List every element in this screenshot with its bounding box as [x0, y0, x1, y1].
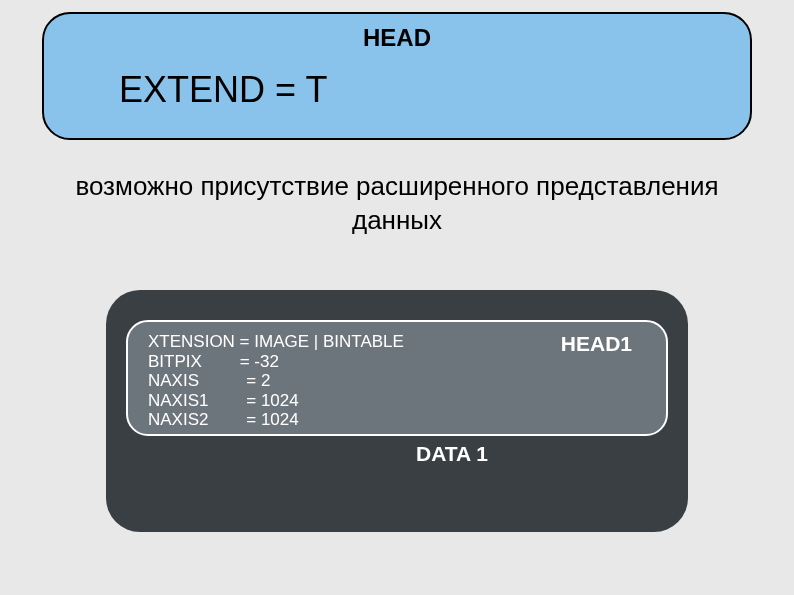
description-line1: возможно присутствие расширенного предст… — [75, 171, 718, 201]
description-line2: данных — [352, 205, 442, 235]
extension-data-label: DATA 1 — [416, 442, 488, 465]
extend-keyword: EXTEND = T — [119, 69, 327, 111]
diagram-canvas: HEAD EXTEND = T возможно присутствие рас… — [0, 0, 794, 595]
kv-naxis1: NAXIS1 = 1024 — [148, 391, 299, 410]
extension-head-title: HEAD1 — [561, 332, 632, 356]
kv-bitpix: BITPIX = -32 — [148, 352, 279, 371]
extension-head-keywords: XTENSION = IMAGE | BINTABLE BITPIX = -32… — [148, 332, 404, 430]
extension-head-box: HEAD1 XTENSION = IMAGE | BINTABLE BITPIX… — [126, 320, 668, 436]
extension-data-box: HEAD1 XTENSION = IMAGE | BINTABLE BITPIX… — [106, 290, 688, 532]
description-text: возможно присутствие расширенного предст… — [0, 170, 794, 238]
primary-head-box: HEAD EXTEND = T — [42, 12, 752, 140]
primary-head-label: HEAD — [44, 24, 750, 52]
kv-naxis: NAXIS = 2 — [148, 371, 270, 390]
kv-xtension: XTENSION = IMAGE | BINTABLE — [148, 332, 404, 351]
kv-naxis2: NAXIS2 = 1024 — [148, 410, 299, 429]
